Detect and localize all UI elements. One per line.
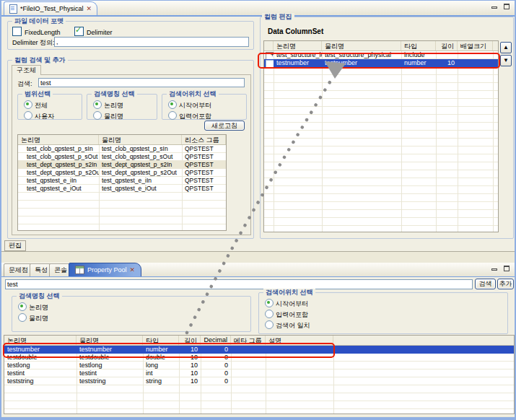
tab-edit[interactable]: 편집 bbox=[4, 240, 26, 251]
fixedlength-checkbox[interactable] bbox=[12, 27, 22, 36]
tab-property-pool[interactable]: Property Pool ✕ bbox=[69, 263, 141, 277]
column-header[interactable]: 설명 bbox=[266, 336, 333, 345]
minimize-icon[interactable] bbox=[490, 3, 498, 10]
column-header[interactable]: 배열크기 bbox=[458, 41, 493, 51]
delimiter-checkbox-row[interactable]: Delimiter bbox=[74, 27, 113, 36]
column-header[interactable]: 타입 bbox=[143, 336, 179, 345]
move-down-button[interactable]: ▼ bbox=[500, 55, 512, 66]
radio-icon[interactable] bbox=[24, 111, 32, 120]
radio-icon[interactable] bbox=[265, 310, 274, 318]
radio-label: 사용자 bbox=[35, 113, 54, 120]
radio-label: 물리명 bbox=[29, 315, 48, 322]
name-select-title: 검색명칭 선택 bbox=[92, 90, 137, 98]
radio-option-0[interactable]: 논리명 bbox=[93, 100, 123, 110]
grid-line bbox=[436, 51, 437, 232]
table-row[interactable]: testint testint int 10 0 bbox=[4, 369, 514, 377]
radio-option-2[interactable]: 검색어 일치 bbox=[265, 320, 310, 331]
editor-body: 파일 데이터 포맷 FixedLength Delimiter Delimite… bbox=[1, 17, 515, 240]
column-header[interactable]: 물리명 bbox=[76, 336, 143, 345]
close-icon[interactable]: ✕ bbox=[130, 267, 136, 274]
column-header[interactable]: 논리명 bbox=[274, 41, 322, 51]
radio-label: 물리명 bbox=[104, 113, 123, 120]
radio-option-1[interactable]: 물리명 bbox=[18, 313, 48, 323]
table-row[interactable]: teststring teststring string 10 0 bbox=[4, 377, 514, 385]
radio-icon[interactable] bbox=[265, 320, 274, 329]
radio-icon[interactable] bbox=[168, 111, 177, 120]
radio-icon[interactable] bbox=[24, 100, 32, 109]
column-header[interactable]: 타입 bbox=[401, 41, 436, 51]
radio-icon[interactable] bbox=[93, 100, 102, 109]
tab-structure[interactable]: 구조체 bbox=[12, 65, 41, 75]
radio-option-0[interactable]: 논리명 bbox=[18, 302, 48, 312]
radio-option-1[interactable]: 물리명 bbox=[93, 111, 123, 121]
minimize-icon[interactable] bbox=[490, 265, 498, 272]
table-row[interactable]: test_clob_qpstest_p_sIn test_clob_qpstes… bbox=[18, 145, 226, 153]
search-label: 검색: bbox=[17, 79, 32, 89]
position-select-title: 검색어위치 선택 bbox=[167, 90, 219, 98]
delimiter-checkbox[interactable] bbox=[74, 27, 84, 36]
table-row[interactable]: testlong testlong long 10 0 bbox=[4, 362, 514, 369]
grid-line bbox=[274, 51, 274, 232]
search-button[interactable]: 검색 bbox=[475, 279, 496, 289]
columnset-table: 논리명물리명타입길이배열크기 test_structure_logical te… bbox=[263, 40, 499, 232]
table-row[interactable]: test_qpstest_e_iIn test_qpstest_e_iIn QP… bbox=[18, 177, 226, 185]
column-header[interactable]: 물리명 bbox=[99, 135, 182, 144]
editor-tab-fileio-test-physical[interactable]: *FileIO_Test_Physical ✕ bbox=[4, 1, 97, 15]
column-header[interactable]: Decimal bbox=[201, 336, 231, 345]
column-header[interactable]: 길이 bbox=[179, 336, 201, 345]
close-icon[interactable]: ✕ bbox=[87, 6, 92, 12]
expand-icon[interactable] bbox=[266, 52, 274, 59]
property-search-input[interactable] bbox=[5, 279, 473, 289]
table-row[interactable]: test_qpstest_e_iOut test_qpstest_e_iOut … bbox=[18, 185, 226, 193]
add-button[interactable]: 추가 bbox=[497, 279, 514, 289]
position-select-group: 검색어위치 선택 시작어부터입력어포함 bbox=[162, 94, 247, 120]
editor-window-buttons bbox=[488, 3, 510, 12]
maximize-icon[interactable] bbox=[502, 3, 510, 10]
radio-option-0[interactable]: 전체 bbox=[24, 100, 48, 110]
radio-icon[interactable] bbox=[265, 299, 274, 307]
maximize-icon[interactable] bbox=[502, 265, 510, 272]
tab-problems[interactable]: 문제점 bbox=[4, 263, 33, 277]
radio-option-0[interactable]: 시작어부터 bbox=[168, 100, 211, 110]
radio-label: 시작어부터 bbox=[276, 300, 308, 307]
range-select-group: 범위선택 전체사용자 bbox=[17, 94, 82, 120]
table-row[interactable]: testdouble testdouble double 10 0 bbox=[4, 354, 514, 362]
fixedlength-checkbox-row[interactable]: FixedLength bbox=[12, 27, 61, 36]
column-header[interactable]: 물리명 bbox=[322, 41, 401, 51]
bottom-view-body: 검색 추가 검색명칭 선택 논리명물리명 검색어위치 선택 시작어부터입력어포함… bbox=[1, 277, 515, 416]
column-header[interactable]: 리소스 그룹 bbox=[182, 135, 226, 144]
radio-option-0[interactable]: 시작어부터 bbox=[265, 299, 308, 309]
file-icon bbox=[9, 4, 17, 14]
table-row[interactable]: test_clob_qpstest_p_sOut test_clob_qpste… bbox=[18, 153, 226, 161]
move-up-button[interactable]: ▲ bbox=[500, 42, 512, 53]
delimiter-def-label: Delimiter 정의: bbox=[12, 38, 55, 48]
table-row[interactable]: test_dept_qpstest_p_s2In test_dept_qpste… bbox=[18, 161, 226, 169]
search-input[interactable] bbox=[38, 78, 245, 87]
delimiter-input[interactable] bbox=[54, 37, 249, 47]
radio-option-1[interactable]: 사용자 bbox=[24, 111, 54, 121]
radio-icon[interactable] bbox=[93, 111, 102, 120]
column-header[interactable]: 길이 bbox=[436, 41, 458, 51]
radio-option-1[interactable]: 입력어포함 bbox=[265, 310, 308, 320]
editor-tab-title: *FileIO_Test_Physical bbox=[20, 5, 84, 12]
property-pool-body: testnumber testnumber number 10 0 testdo… bbox=[4, 346, 514, 414]
column-header[interactable]: 메타 그룹 bbox=[231, 336, 266, 345]
column-header[interactable]: 논리명 bbox=[18, 135, 99, 144]
table-row-structure[interactable]: test_structure_logical test_structure_ph… bbox=[264, 51, 498, 59]
refresh-button[interactable]: 새로고침 bbox=[204, 121, 245, 131]
table-row[interactable]: testnumber testnumber number 10 0 bbox=[4, 346, 514, 354]
radio-option-1[interactable]: 입력어포함 bbox=[168, 111, 211, 121]
radio-icon[interactable] bbox=[18, 302, 27, 311]
radio-icon[interactable] bbox=[18, 313, 27, 322]
name-select-title: 검색명칭 선택 bbox=[17, 292, 62, 300]
column-search-group: 컬럼 검색 및 추가 구조체 검색: 범위선택 전체사용자 검색명칭 선택 논리… bbox=[7, 60, 254, 239]
radio-label: 논리명 bbox=[29, 304, 48, 311]
name-select-group: 검색명칭 선택 논리명물리명 bbox=[87, 94, 157, 120]
editor-tab-bar: *FileIO_Test_Physical ✕ bbox=[1, 1, 515, 15]
column-header[interactable]: 논리명 bbox=[4, 336, 76, 345]
position-select-title: 검색어위치 선택 bbox=[263, 289, 315, 297]
radio-label: 논리명 bbox=[104, 102, 123, 109]
radio-icon[interactable] bbox=[168, 100, 177, 109]
table-row[interactable]: test_dept_qpstest_p_s2Out test_dept_qpst… bbox=[18, 169, 226, 177]
table-row-testnumber-selected[interactable]: testnumber testnumber number 10 bbox=[264, 59, 498, 67]
